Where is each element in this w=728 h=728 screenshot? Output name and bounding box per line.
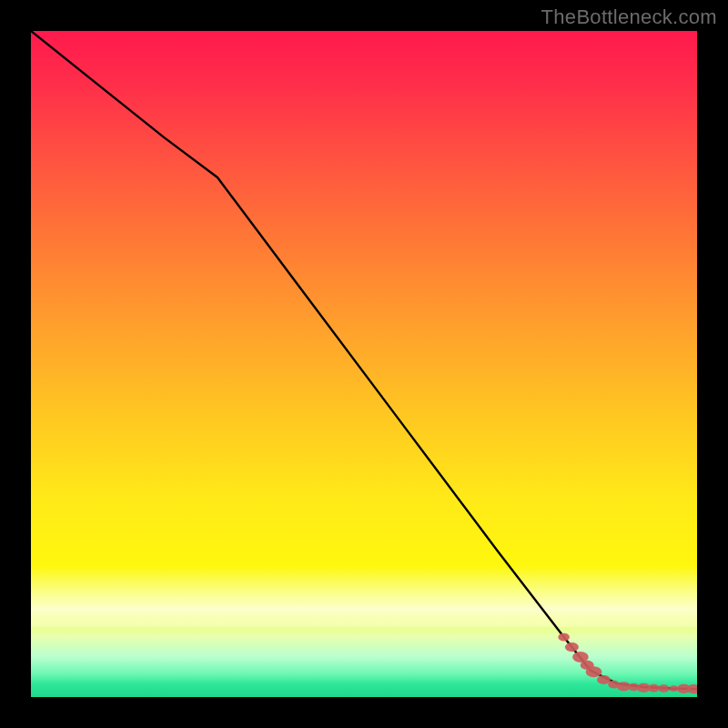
marker-dot (586, 666, 602, 677)
chart-svg (31, 31, 697, 697)
marker-dot (565, 642, 579, 652)
marker-dot (617, 682, 631, 691)
marker-dot (687, 684, 697, 693)
marker-dot (572, 652, 589, 662)
highlight-band (31, 567, 697, 627)
marker-dot (558, 633, 570, 642)
plot-area (31, 31, 697, 697)
chart-frame: TheBottleneck.com (0, 0, 728, 728)
marker-dot (637, 683, 651, 693)
marker-dot (581, 661, 594, 670)
marker-dot (677, 684, 691, 693)
marker-dot (658, 684, 670, 693)
marker-dot (669, 685, 678, 692)
marker-dot (648, 684, 660, 693)
marker-dot (597, 675, 611, 684)
marker-dot (608, 681, 620, 689)
watermark-text: TheBottleneck.com (541, 5, 717, 29)
marker-layer (558, 633, 697, 694)
marker-dot (628, 683, 640, 692)
bottleneck-curve-line (31, 31, 697, 689)
